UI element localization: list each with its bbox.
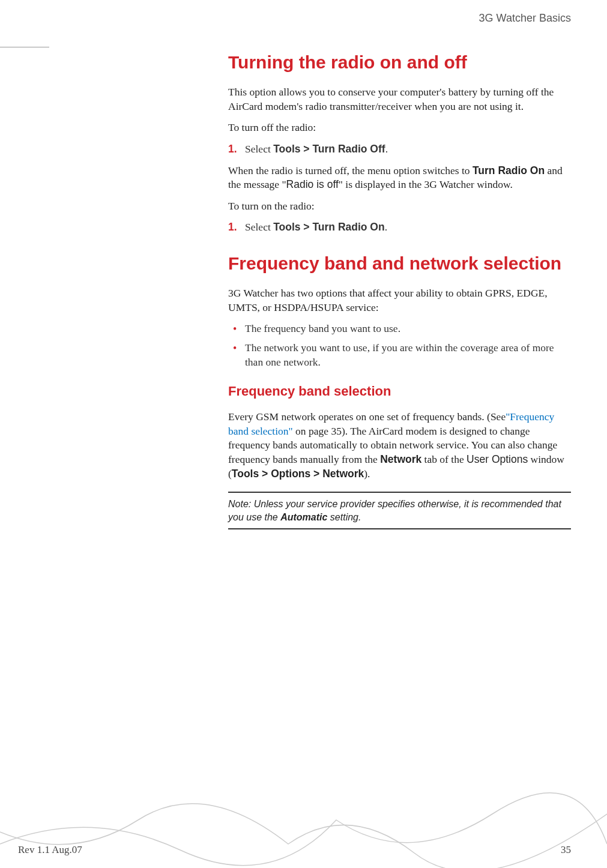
step-text-post: . — [385, 143, 388, 155]
subheading-freq-selection: Frequency band selection — [228, 384, 571, 399]
para-intro: This option allows you to conserve your … — [228, 85, 571, 113]
page-header: 3G Watcher Basics — [0, 0, 607, 31]
step-text-pre: Select — [245, 221, 273, 233]
main-content: Turning the radio on and off This option… — [228, 31, 571, 529]
step-text-bold: Tools > Turn Radio Off — [273, 143, 385, 155]
para-radio-off-state: When the radio is turned off, the menu o… — [228, 164, 571, 192]
heading-frequency-band: Frequency band and network selection — [228, 253, 571, 274]
para-freq-intro: 3G Watcher has two options that affect y… — [228, 286, 571, 315]
chapter-title: 3G Watcher Basics — [479, 12, 571, 24]
steps-turn-off: 1. Select Tools > Turn Radio Off. — [228, 142, 571, 157]
step-text-bold: Tools > Turn Radio On — [273, 221, 385, 233]
freq-bullets: The frequency band you want to use. The … — [228, 322, 571, 369]
para-turn-off: To turn off the radio: — [228, 121, 571, 135]
steps-turn-on: 1. Select Tools > Turn Radio On. — [228, 220, 571, 235]
step-text-post: . — [385, 221, 387, 233]
heading-turning-radio: Turning the radio on and off — [228, 52, 571, 73]
step-text-pre: Select — [245, 143, 273, 155]
para-turn-on: To turn on the radio: — [228, 199, 571, 214]
step-turn-off-1: 1. Select Tools > Turn Radio Off. — [228, 142, 571, 157]
bullet-network: The network you want to use, if you are … — [228, 341, 571, 369]
step-number: 1. — [228, 220, 237, 235]
side-rule — [0, 47, 49, 47]
step-number: 1. — [228, 142, 237, 157]
step-turn-on-1: 1. Select Tools > Turn Radio On. — [228, 220, 571, 235]
footer-rev: Rev 1.1 Aug.07 — [18, 844, 82, 856]
page-footer: Rev 1.1 Aug.07 35 — [18, 844, 571, 856]
note-text: Note: Unless your service provider speci… — [228, 498, 571, 523]
footer-page-number: 35 — [561, 844, 571, 856]
note-block: Note: Unless your service provider speci… — [228, 492, 571, 529]
para-freq-detail: Every GSM network operates on one set of… — [228, 410, 571, 481]
bullet-freq-band: The frequency band you want to use. — [228, 322, 571, 336]
